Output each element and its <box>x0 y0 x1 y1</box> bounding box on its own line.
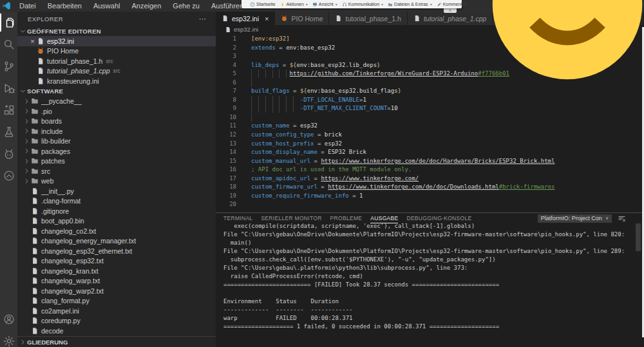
menu-bearbeiten[interactable]: Bearbeiten <box>42 0 88 12</box>
file-changelog-kran-txt[interactable]: changelog_kran.txt <box>17 266 216 276</box>
file-changelog-energy-manager-txt[interactable]: changelog_energy_manager.txt <box>17 236 216 247</box>
open-editor-pio-home[interactable]: PIO Home <box>17 46 216 57</box>
folder-pycache[interactable]: __pycache__ <box>17 97 216 107</box>
activitybar-platformio[interactable] <box>0 143 17 165</box>
open-editor-tutorial-phase-1-cpp[interactable]: tutorial_phase_1.cppsrc <box>17 66 216 77</box>
panel-tab-terminal[interactable]: TERMINAL <box>223 214 252 223</box>
dropdown-label: PlatformIO: Project Con <box>541 215 602 221</box>
headset-icon <box>342 2 347 7</box>
chevron-right-icon <box>23 138 30 145</box>
file-gitignore[interactable]: .gitignore <box>17 206 216 216</box>
tab-pio-home[interactable]: PIO Home <box>275 12 329 25</box>
file-changelog-esp32-ethernet-txt[interactable]: changelog_esp32_ethernet.txt <box>17 246 216 256</box>
panel-tab-probleme[interactable]: PROBLEME <box>330 214 363 223</box>
open-editors-list: ×esp32.iniPIO Hometutorial_phase_1.hsrct… <box>17 36 216 86</box>
folder-src[interactable]: src <box>17 166 216 176</box>
activitybar-settings[interactable] <box>0 330 17 347</box>
activitybar-extensions[interactable] <box>0 99 17 121</box>
file-boot-app0-bin[interactable]: boot_app0.bin <box>17 216 216 227</box>
tab-esp32-ini[interactable]: esp32.ini× <box>216 12 275 25</box>
toolbar-item-kommunikation[interactable]: Kommunikation▾ <box>342 2 383 7</box>
token-pun: = <box>314 131 325 138</box>
caret-down-icon: ▾ <box>336 2 337 6</box>
token-val: 1 <box>359 192 363 199</box>
open-editor-esp32-ini[interactable]: ×esp32.ini <box>17 36 216 46</box>
line-content: custom_require_firmware_info = 1 <box>236 192 363 201</box>
token-pun: = <box>279 62 289 68</box>
open-editor-kransteuerung-ini[interactable]: kransteuerung.ini <box>17 76 216 86</box>
file-label: boot_app0.bin <box>41 217 84 225</box>
code-line: 18custom_firmware_url = https://www.tink… <box>216 183 644 192</box>
menu-datei[interactable]: Datei <box>14 0 42 12</box>
activitybar-account[interactable] <box>0 308 17 330</box>
file-label: decode <box>41 327 63 335</box>
folder-include[interactable]: include <box>17 126 216 136</box>
activitybar-run-debug[interactable] <box>0 77 17 99</box>
token-brace: } <box>377 62 380 68</box>
toolbar-collapse-handle[interactable]: ∧ <box>444 8 457 13</box>
toolbar-item-dateien-extras[interactable]: Dateien & Extras▾ <box>388 2 432 7</box>
code-line: 16; API doc url is used in the MQTT modu… <box>216 165 644 174</box>
panel-tab-serieller-monitor[interactable]: SERIELLER MONITOR <box>261 214 321 223</box>
pio-icon <box>37 47 44 55</box>
file-decode[interactable]: decode <box>17 326 216 336</box>
line-content <box>236 79 258 88</box>
open-editor-tutorial-phase-1-h[interactable]: tutorial_phase_1.hsrc <box>17 56 216 66</box>
file-changelog-warp-txt[interactable]: changelog_warp.txt <box>17 276 216 286</box>
token-pun: = <box>310 158 321 164</box>
output-line: ------------- -------- ------------ <box>223 306 634 314</box>
file-clang-format[interactable]: .clang-format <box>17 196 216 207</box>
file-label: .clang-format <box>41 197 80 205</box>
activitybar-platformio-home[interactable] <box>0 165 17 187</box>
file-icon <box>37 67 44 75</box>
chevron-right-icon <box>23 127 30 135</box>
outline-section-header[interactable]: GLIEDERUNG <box>17 336 216 347</box>
file-changelog-esp32-txt[interactable]: changelog_esp32.txt <box>17 256 216 267</box>
toolbar-item-startseite[interactable]: Startseite <box>250 2 276 7</box>
folder-web[interactable]: web <box>17 176 216 187</box>
tab-tutorial-phase-1-h[interactable]: tutorial_phase_1.h <box>329 12 407 25</box>
software-section-header[interactable]: SOFTWARE <box>17 86 216 97</box>
folder-pio[interactable]: .pio <box>17 106 216 117</box>
output-channel-dropdown[interactable]: PlatformIO: Project Con∨ <box>538 214 612 223</box>
menu-auswahl[interactable]: Auswahl <box>88 0 126 12</box>
panel-tab-debugging-konsole[interactable]: DEBUGGING-KONSOLE <box>406 214 471 223</box>
file-co2ampel-ini[interactable]: co2ampel.ini <box>17 306 216 316</box>
token-key: custom_require_firmware_info <box>251 192 349 199</box>
folder-blue-icon <box>388 2 393 7</box>
toolbar-item-kommentar[interactable]: Kommentar <box>437 2 466 7</box>
activitybar-explorer[interactable] <box>0 12 17 33</box>
activitybar-source-control[interactable] <box>0 55 17 77</box>
activitybar-testing[interactable] <box>0 121 17 143</box>
file-init-py[interactable]: __init__.py <box>17 186 216 196</box>
folder-patches[interactable]: patches <box>17 156 216 167</box>
toolbar-item-aktionen[interactable]: Aktionen▾ <box>280 2 308 7</box>
more-actions-icon[interactable]: ⋯ <box>199 15 207 23</box>
file-changelog-co2-txt[interactable]: changelog_co2.txt <box>17 226 216 236</box>
file-label: changelog_kran.txt <box>41 267 99 275</box>
panel-scrollbar[interactable] <box>636 223 641 251</box>
close-icon[interactable]: × <box>265 15 269 23</box>
open-editors-section-header[interactable]: GEÖFFNETE EDITOREN <box>17 26 216 36</box>
tab-label: tutorial_phase_1.h <box>345 15 401 23</box>
file-clang-format-py[interactable]: clang_format.py <box>17 296 216 306</box>
panel-tab-ausgabe[interactable]: AUSGABE <box>370 214 398 223</box>
line-number: 5 <box>216 70 236 79</box>
folder-label: lib-builder <box>41 137 71 145</box>
folder-packages[interactable]: packages <box>17 146 216 156</box>
close-icon[interactable]: × <box>30 38 34 44</box>
menu-anzeigen[interactable]: Anzeigen <box>126 0 167 12</box>
activitybar-search[interactable] <box>0 33 17 55</box>
menu-gehe-zu[interactable]: Gehe zu <box>167 0 205 12</box>
code-line: 14custom_display_name = ESP32 Brick <box>216 148 644 157</box>
toolbar-item-ansicht[interactable]: Ansicht▾ <box>312 2 337 7</box>
folder-boards[interactable]: boards <box>17 117 216 127</box>
folder-label: patches <box>41 157 65 165</box>
file-changelog-warp2-txt[interactable]: changelog_warp2.txt <box>17 286 216 296</box>
open-editor-label: esp32.ini <box>47 37 74 45</box>
chevron-slot <box>23 167 31 174</box>
file-coredump-py[interactable]: coredump.py <box>17 316 216 326</box>
folder-lib-builder[interactable]: lib-builder <box>17 136 216 147</box>
clear-output-icon[interactable] <box>618 214 626 223</box>
output-console[interactable]: exec(compile(scriptdata, scriptname, 'ex… <box>223 222 634 347</box>
